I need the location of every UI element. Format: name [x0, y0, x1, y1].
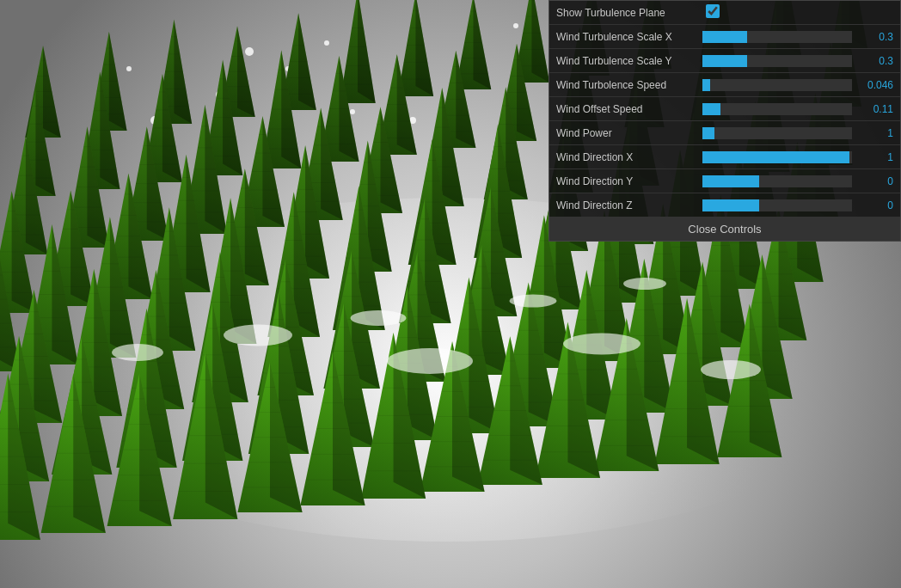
slider-track-wind-direction-z[interactable]: [702, 199, 852, 211]
slider-fill-wind-power: [702, 127, 714, 139]
value-wind-offset-speed: 0.11: [852, 103, 893, 115]
value-wind-direction-z: 0: [852, 199, 893, 211]
slider-wrap-wind-turbulence-scale-x[interactable]: [702, 31, 852, 43]
ctrl-row-wind-power: Wind Power1: [549, 121, 900, 145]
slider-wrap-wind-turbolence-speed[interactable]: [702, 79, 852, 91]
slider-fill-wind-turbulence-scale-y: [702, 55, 747, 67]
value-wind-turbulence-scale-x: 0.3: [852, 31, 893, 43]
value-wind-direction-y: 0: [852, 175, 893, 187]
slider-wrap-wind-turbulence-scale-y[interactable]: [702, 55, 852, 67]
ctrl-row-wind-turbulence-scale-x: Wind Turbulence Scale X0.3: [549, 25, 900, 49]
slider-fill-wind-direction-z: [702, 199, 759, 211]
label-wind-turbulence-scale-y: Wind Turbulence Scale Y: [556, 55, 702, 67]
label-wind-direction-z: Wind Direction Z: [556, 199, 702, 211]
ctrl-row-show-turbulence-plane: Show Turbulence Plane: [549, 1, 900, 25]
ctrl-row-wind-direction-y: Wind Direction Y0: [549, 169, 900, 193]
label-wind-turbulence-scale-x: Wind Turbulence Scale X: [556, 31, 702, 43]
slider-track-wind-turbulence-scale-x[interactable]: [702, 31, 852, 43]
slider-wrap-wind-direction-y[interactable]: [702, 175, 852, 187]
slider-wrap-wind-direction-x[interactable]: [702, 151, 852, 163]
slider-fill-wind-offset-speed: [702, 103, 720, 115]
close-controls-button[interactable]: Close Controls: [549, 217, 900, 241]
slider-fill-wind-turbolence-speed: [702, 79, 710, 91]
slider-wrap-wind-offset-speed[interactable]: [702, 103, 852, 115]
slider-track-wind-offset-speed[interactable]: [702, 103, 852, 115]
label-wind-direction-y: Wind Direction Y: [556, 175, 702, 187]
ctrl-row-wind-direction-x: Wind Direction X1: [549, 145, 900, 169]
label-wind-direction-x: Wind Direction X: [556, 151, 702, 163]
slider-wrap-wind-power[interactable]: [702, 127, 852, 139]
value-wind-turbulence-scale-y: 0.3: [852, 55, 893, 67]
ctrl-row-wind-direction-z: Wind Direction Z0: [549, 193, 900, 217]
ctrl-row-wind-offset-speed: Wind Offset Speed0.11: [549, 97, 900, 121]
value-wind-direction-x: 1: [852, 151, 893, 163]
slider-track-wind-turbulence-scale-y[interactable]: [702, 55, 852, 67]
ctrl-row-wind-turbolence-speed: Wind Turbolence Speed0.046: [549, 73, 900, 97]
label-wind-power: Wind Power: [556, 127, 702, 139]
slider-track-wind-power[interactable]: [702, 127, 852, 139]
slider-fill-wind-direction-x: [702, 151, 849, 163]
slider-fill-wind-turbulence-scale-x: [702, 31, 747, 43]
slider-fill-wind-direction-y: [702, 175, 759, 187]
checkbox-show-turbulence-plane[interactable]: [706, 4, 720, 18]
slider-wrap-wind-direction-z[interactable]: [702, 199, 852, 211]
slider-track-wind-direction-x[interactable]: [702, 151, 852, 163]
value-wind-power: 1: [852, 127, 893, 139]
slider-track-wind-turbolence-speed[interactable]: [702, 79, 852, 91]
slider-track-wind-direction-y[interactable]: [702, 175, 852, 187]
label-wind-offset-speed: Wind Offset Speed: [556, 103, 702, 115]
controls-panel: Show Turbulence PlaneWind Turbulence Sca…: [549, 0, 901, 242]
ctrl-row-wind-turbulence-scale-y: Wind Turbulence Scale Y0.3: [549, 49, 900, 73]
label-show-turbulence-plane: Show Turbulence Plane: [556, 7, 702, 19]
label-wind-turbolence-speed: Wind Turbolence Speed: [556, 79, 702, 91]
value-wind-turbolence-speed: 0.046: [852, 79, 893, 91]
